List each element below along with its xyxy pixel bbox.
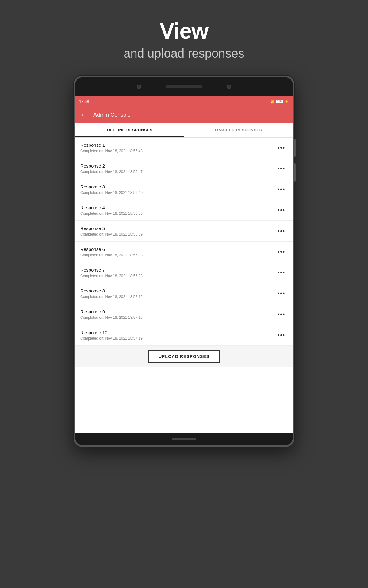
list-item: Response 7 Completed on: Nov 18, 2021 18… — [75, 262, 293, 283]
more-options-button[interactable]: ••• — [275, 143, 288, 152]
more-options-button[interactable]: ••• — [275, 310, 288, 319]
list-item: Response 2 Completed on: Nov 18, 2021 18… — [75, 158, 293, 179]
tablet-screen: 18:58 📶 11% ⚡ ← Admin Console OFFLINE RE… — [75, 77, 293, 445]
sensor-dot — [227, 85, 231, 89]
response-info: Response 9 Completed on: Nov 18, 2021 18… — [80, 309, 143, 320]
tablet-top-bar — [75, 77, 293, 96]
status-icons: 📶 11% ⚡ — [270, 100, 289, 104]
response-info: Response 4 Completed on: Nov 18, 2021 18… — [80, 205, 143, 216]
app-toolbar: ← Admin Console — [75, 107, 293, 123]
response-name: Response 7 — [80, 267, 143, 273]
status-time: 18:58 — [79, 99, 89, 104]
response-info: Response 2 Completed on: Nov 18, 2021 18… — [80, 163, 143, 174]
response-info: Response 5 Completed on: Nov 18, 2021 18… — [80, 226, 143, 236]
response-name: Response 6 — [80, 247, 143, 252]
list-item: Response 10 Completed on: Nov 18, 2021 1… — [75, 325, 293, 346]
hero-subtitle: and upload responses — [124, 47, 244, 60]
signal-icon: 📶 — [270, 100, 275, 104]
hero-title: View — [124, 18, 244, 43]
response-info: Response 6 Completed on: Nov 18, 2021 18… — [80, 247, 143, 257]
response-info: Response 10 Completed on: Nov 18, 2021 1… — [80, 330, 143, 341]
list-item: Response 9 Completed on: Nov 18, 2021 18… — [75, 304, 293, 325]
response-date: Completed on: Nov 18, 2021 18:56:49 — [80, 190, 143, 195]
response-date: Completed on: Nov 18, 2021 18:57:08 — [80, 274, 143, 278]
tab-offline-responses[interactable]: OFFLINE RESPONSES — [75, 123, 184, 137]
response-info: Response 7 Completed on: Nov 18, 2021 18… — [80, 267, 143, 278]
response-name: Response 9 — [80, 309, 143, 314]
more-options-button[interactable]: ••• — [275, 289, 288, 298]
response-name: Response 1 — [80, 142, 143, 148]
response-date: Completed on: Nov 18, 2021 18:57:03 — [80, 253, 143, 257]
more-options-button[interactable]: ••• — [275, 206, 288, 215]
phone-screen: 18:58 📶 11% ⚡ ← Admin Console OFFLINE RE… — [75, 96, 293, 433]
response-list: Response 1 Completed on: Nov 18, 2021 18… — [75, 138, 293, 346]
more-options-button[interactable]: ••• — [275, 268, 288, 277]
tabs-container: OFFLINE RESPONSES TRASHED RESPONSES — [75, 123, 293, 138]
response-name: Response 2 — [80, 163, 143, 168]
upload-bar: UPLOAD RESPONSES — [75, 346, 293, 367]
response-date: Completed on: Nov 18, 2021 18:56:56 — [80, 211, 143, 216]
list-item: Response 6 Completed on: Nov 18, 2021 18… — [75, 242, 293, 262]
tab-trashed-responses[interactable]: TRASHED RESPONSES — [184, 123, 293, 137]
response-date: Completed on: Nov 18, 2021 18:56:47 — [80, 170, 143, 174]
response-info: Response 1 Completed on: Nov 18, 2021 18… — [80, 142, 143, 153]
more-options-button[interactable]: ••• — [275, 247, 288, 256]
list-item: Response 1 Completed on: Nov 18, 2021 18… — [75, 138, 293, 158]
charging-icon: ⚡ — [285, 100, 289, 104]
more-options-button[interactable]: ••• — [275, 164, 288, 173]
response-date: Completed on: Nov 18, 2021 18:56:43 — [80, 149, 143, 153]
home-indicator — [172, 438, 196, 440]
list-item: Response 8 Completed on: Nov 18, 2021 18… — [75, 283, 293, 304]
more-options-button[interactable]: ••• — [275, 227, 288, 236]
response-date: Completed on: Nov 18, 2021 18:57:16 — [80, 315, 143, 320]
response-info: Response 8 Completed on: Nov 18, 2021 18… — [80, 288, 143, 299]
front-camera — [137, 85, 141, 89]
more-options-button[interactable]: ••• — [275, 185, 288, 194]
response-name: Response 3 — [80, 184, 143, 189]
volume-up-button — [293, 139, 296, 157]
hero-section: View and upload responses — [124, 0, 244, 76]
response-info: Response 3 Completed on: Nov 18, 2021 18… — [80, 184, 143, 195]
response-name: Response 10 — [80, 330, 143, 335]
list-item: Response 5 Completed on: Nov 18, 2021 18… — [75, 221, 293, 242]
battery-indicator: 11% — [276, 100, 283, 103]
tablet-device: 18:58 📶 11% ⚡ ← Admin Console OFFLINE RE… — [74, 76, 294, 447]
status-bar: 18:58 📶 11% ⚡ — [75, 96, 293, 107]
response-name: Response 8 — [80, 288, 143, 293]
list-item: Response 3 Completed on: Nov 18, 2021 18… — [75, 179, 293, 200]
response-date: Completed on: Nov 18, 2021 18:57:12 — [80, 295, 143, 299]
tablet-bottom-bar — [75, 433, 293, 445]
more-options-button[interactable]: ••• — [275, 331, 288, 340]
upload-responses-button[interactable]: UPLOAD RESPONSES — [148, 350, 220, 363]
volume-down-button — [293, 163, 296, 182]
response-name: Response 4 — [80, 205, 143, 210]
back-button[interactable]: ← — [80, 111, 87, 119]
speaker-bar — [166, 85, 202, 88]
response-date: Completed on: Nov 18, 2021 18:57:19 — [80, 336, 143, 341]
response-name: Response 5 — [80, 226, 143, 231]
list-item: Response 4 Completed on: Nov 18, 2021 18… — [75, 200, 293, 221]
response-date: Completed on: Nov 18, 2021 18:56:59 — [80, 232, 143, 236]
toolbar-title: Admin Console — [93, 112, 131, 118]
